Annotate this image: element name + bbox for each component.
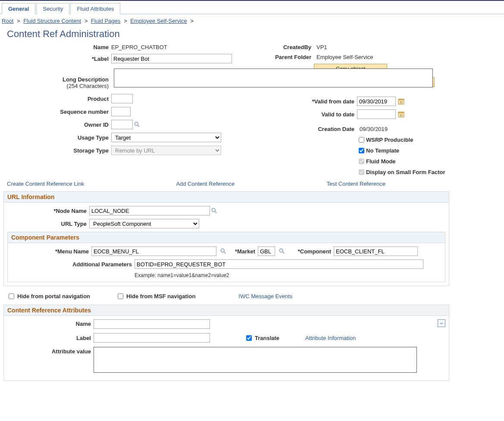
valid-to-label: Valid to date: [254, 111, 357, 118]
name-value: EP_EPRO_CHATBOT: [111, 44, 167, 50]
svg-point-12: [279, 249, 283, 252]
createdby-label: CreatedBy: [254, 44, 314, 50]
attribute-information-link[interactable]: Attribute Information: [305, 335, 356, 341]
product-input[interactable]: [111, 94, 133, 103]
component-label: *Component: [288, 248, 331, 255]
storage-type-label: Storage Type: [3, 147, 111, 154]
label-label: *Label: [3, 56, 111, 62]
sequence-label: Sequence number: [3, 109, 111, 115]
attr-name-input[interactable]: [94, 319, 210, 329]
breadcrumb-fluid-structure[interactable]: Fluid Structure Content: [23, 18, 81, 24]
node-name-lookup-icon[interactable]: [211, 207, 218, 214]
valid-to-input[interactable]: [357, 109, 396, 119]
create-cref-link[interactable]: Create Content Reference Link: [7, 181, 84, 187]
no-template-checkbox[interactable]: [359, 148, 364, 153]
translate-checkbox[interactable]: [246, 335, 252, 341]
tab-fluid-attributes[interactable]: Fluid Attributes: [70, 3, 120, 14]
svg-rect-3: [398, 99, 404, 100]
page-title: Content Ref Administration: [3, 26, 449, 44]
attr-value-input[interactable]: [94, 347, 417, 373]
market-lookup-icon[interactable]: [279, 248, 285, 255]
svg-line-1: [138, 125, 139, 127]
svg-point-0: [135, 122, 138, 125]
creation-date-value: 09/30/2019: [357, 126, 388, 132]
component-input[interactable]: [334, 246, 418, 256]
hide-msf-nav-checkbox-wrap[interactable]: Hide from MSF navigation: [116, 292, 195, 300]
fluid-mode-checkbox: [359, 159, 364, 164]
attr-label-input[interactable]: [94, 333, 210, 343]
svg-line-11: [224, 252, 225, 253]
market-input[interactable]: [258, 246, 275, 256]
wsrp-label: WSRP Producible: [366, 137, 413, 143]
owner-id-input[interactable]: [111, 120, 133, 129]
breadcrumb-fluid-pages[interactable]: Fluid Pages: [91, 18, 121, 24]
hide-msf-nav-checkbox[interactable]: [118, 293, 123, 299]
parent-folder-label: Parent Folder: [254, 54, 314, 60]
translate-label: Translate: [255, 335, 279, 341]
small-form-factor-checkbox: [359, 169, 364, 175]
cref-attrs-header: Content Reference Attributes: [3, 305, 449, 316]
url-info-header: URL Information: [3, 191, 449, 203]
hide-portal-nav-checkbox-wrap[interactable]: Hide from portal navigation: [7, 292, 90, 300]
breadcrumb: Root > Fluid Structure Content > Fluid P…: [0, 14, 504, 26]
tab-bar: General Security Fluid Attributes: [0, 3, 504, 14]
node-name-label: *Node Name: [7, 208, 89, 214]
createdby-value: VP1: [314, 44, 327, 50]
url-type-label: URL Type: [7, 221, 89, 227]
valid-from-label: *Valid from date: [254, 98, 357, 105]
market-label: *Market: [229, 248, 255, 255]
creation-date-label: Creation Date: [254, 126, 357, 132]
tab-general[interactable]: General: [2, 3, 35, 14]
valid-from-input[interactable]: [357, 97, 396, 106]
storage-type-select: Remote by URL: [111, 146, 221, 155]
component-params-header: Component Parameters: [7, 232, 445, 243]
remove-row-button[interactable]: −: [438, 319, 445, 327]
add-cref-link[interactable]: Add Content Reference: [176, 181, 235, 187]
breadcrumb-root[interactable]: Root: [2, 18, 13, 24]
name-label: Name: [3, 44, 111, 50]
valid-to-calendar-icon[interactable]: 31: [398, 111, 404, 118]
svg-text:31: 31: [399, 101, 403, 104]
long-description-input[interactable]: [114, 69, 433, 87]
svg-line-9: [215, 211, 216, 213]
sequence-input[interactable]: [111, 107, 131, 116]
attr-name-label: Name: [7, 319, 94, 327]
svg-point-10: [221, 249, 224, 252]
svg-line-13: [282, 252, 284, 253]
additional-params-label: Additional Parameters: [11, 261, 132, 268]
menu-name-label: *Menu Name: [11, 248, 89, 255]
iwc-message-events-link[interactable]: IWC Message Events: [238, 293, 292, 299]
label-input[interactable]: [111, 54, 232, 63]
usage-type-label: Usage Type: [3, 134, 111, 141]
svg-text:31: 31: [399, 114, 403, 117]
svg-point-8: [212, 208, 215, 212]
node-name-input[interactable]: [89, 206, 210, 215]
breadcrumb-employee-self-service[interactable]: Employee Self-Service: [130, 18, 187, 24]
owner-id-lookup-icon[interactable]: [134, 121, 141, 128]
owner-id-label: Owner ID: [3, 122, 111, 128]
fluid-mode-label: Fluid Mode: [366, 158, 396, 165]
valid-from-calendar-icon[interactable]: 31: [398, 98, 404, 105]
long-desc-sublabel: (254 Characters): [3, 83, 111, 89]
test-cref-link[interactable]: Test Content Reference: [326, 181, 385, 187]
no-template-label: No Template: [366, 147, 399, 154]
product-label: Product: [3, 96, 111, 102]
menu-name-input[interactable]: [91, 246, 216, 256]
hide-portal-nav-checkbox[interactable]: [9, 293, 14, 299]
wsrp-checkbox[interactable]: [359, 137, 364, 143]
tab-security[interactable]: Security: [36, 3, 69, 14]
additional-params-input[interactable]: [135, 259, 423, 269]
long-desc-label: Long Description: [3, 76, 111, 83]
url-type-select[interactable]: PeopleSoft Component: [89, 219, 199, 228]
menu-name-lookup-icon[interactable]: [220, 248, 227, 255]
svg-rect-6: [398, 112, 404, 113]
params-example-text: Example: name1=value1&name2=value2: [135, 272, 441, 278]
small-form-factor-label: Display on Small Form Factor: [366, 169, 445, 175]
attr-label-label: Label: [7, 335, 94, 341]
usage-type-select[interactable]: Target: [111, 133, 221, 142]
attr-value-label: Attribute value: [7, 347, 94, 355]
parent-folder-value: Employee Self-Service: [314, 54, 373, 60]
